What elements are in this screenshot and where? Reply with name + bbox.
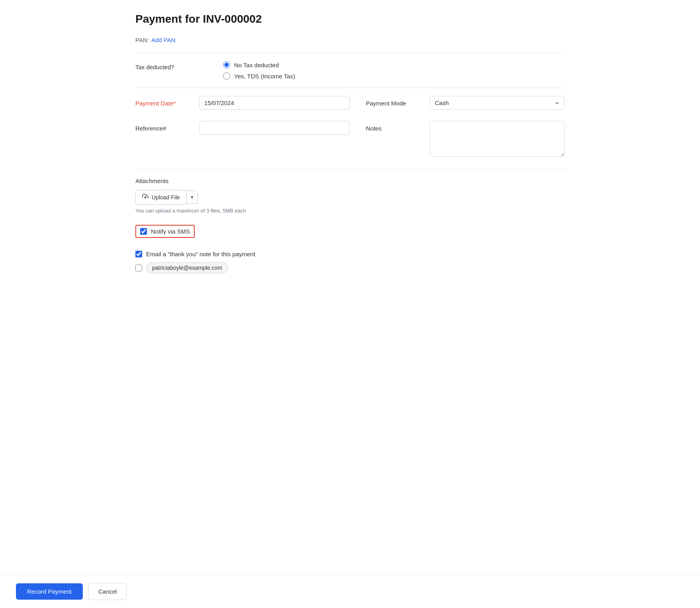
upload-btn-wrap: Upload File ▾	[135, 190, 565, 205]
email-thankyou-label: Email a "thank you" note for this paymen…	[146, 251, 255, 257]
notify-sms-text: Notify via SMS	[151, 228, 190, 235]
payment-mode-select-wrap: Cash Bank Transfer Cheque Credit Card Ot…	[430, 96, 565, 110]
cancel-button[interactable]: Cancel	[88, 583, 127, 600]
tax-radio-group: No Tax deducted Yes, TDS (Income Tax)	[223, 61, 295, 80]
email-option-row[interactable]: patriciaboyle@example.com	[135, 262, 565, 273]
page-title: Payment for INV-000002	[135, 13, 565, 25]
notes-textarea[interactable]	[430, 121, 565, 157]
email-option-checkbox[interactable]	[135, 265, 142, 271]
divider-1	[135, 53, 565, 53]
upload-file-button[interactable]: Upload File	[135, 190, 186, 205]
upload-file-label: Upload File	[152, 194, 180, 201]
reference-notes-fields: Reference# Notes	[135, 121, 565, 158]
notes-label: Notes	[366, 121, 422, 132]
email-option-address: patriciaboyle@example.com	[146, 262, 228, 273]
notify-sms-row: Notify via SMS	[135, 225, 565, 244]
tax-label: Tax deducted?	[135, 61, 199, 70]
email-thankyou-row[interactable]: Email a "thank you" note for this paymen…	[135, 251, 565, 257]
radio-yes-tds-label: Yes, TDS (Income Tax)	[234, 73, 295, 80]
pan-row: PAN: Add PAN	[135, 37, 565, 43]
footer-bar: Record Payment Cancel	[0, 575, 700, 608]
radio-no-tax-input[interactable]	[223, 61, 230, 68]
reference-input-wrap	[199, 121, 350, 135]
payment-date-input[interactable]	[199, 96, 350, 110]
attachments-title: Attachments	[135, 177, 565, 184]
add-pan-link[interactable]: Add PAN	[151, 37, 176, 43]
chevron-down-icon: ▾	[191, 194, 194, 200]
notify-sms-checkbox[interactable]	[140, 228, 147, 235]
tax-section: Tax deducted? No Tax deducted Yes, TDS (…	[135, 61, 565, 80]
radio-no-tax-label: No Tax deducted	[234, 62, 279, 68]
reference-field: Reference#	[135, 121, 350, 158]
payment-date-field: Payment Date*	[135, 96, 350, 110]
payment-mode-label: Payment Mode	[366, 96, 422, 107]
radio-yes-tds-input[interactable]	[223, 72, 230, 80]
payment-mode-field: Payment Mode Cash Bank Transfer Cheque C…	[350, 96, 565, 110]
upload-icon	[142, 193, 149, 201]
divider-2	[135, 88, 565, 88]
payment-date-input-wrap	[199, 96, 350, 110]
reference-label: Reference#	[135, 121, 191, 132]
notify-sms-label[interactable]: Notify via SMS	[135, 225, 195, 238]
upload-dropdown-button[interactable]: ▾	[186, 191, 198, 204]
pan-label: PAN:	[135, 37, 149, 43]
payment-date-label: Payment Date*	[135, 96, 191, 107]
divider-3	[135, 169, 565, 170]
radio-yes-tds[interactable]: Yes, TDS (Income Tax)	[223, 72, 295, 80]
payment-mode-select[interactable]: Cash Bank Transfer Cheque Credit Card Ot…	[430, 96, 565, 110]
payment-fields: Payment Date* Payment Mode Cash Bank Tra…	[135, 96, 565, 110]
upload-hint: You can upload a maximum of 3 files, 5MB…	[135, 208, 565, 214]
record-payment-button[interactable]: Record Payment	[16, 583, 83, 600]
reference-input[interactable]	[199, 121, 350, 135]
email-thankyou-checkbox[interactable]	[135, 251, 142, 257]
attachments-section: Attachments Upload File ▾ You can upload…	[135, 177, 565, 214]
notes-field: Notes	[350, 121, 565, 158]
radio-no-tax[interactable]: No Tax deducted	[223, 61, 295, 68]
notes-textarea-wrap	[430, 121, 565, 158]
